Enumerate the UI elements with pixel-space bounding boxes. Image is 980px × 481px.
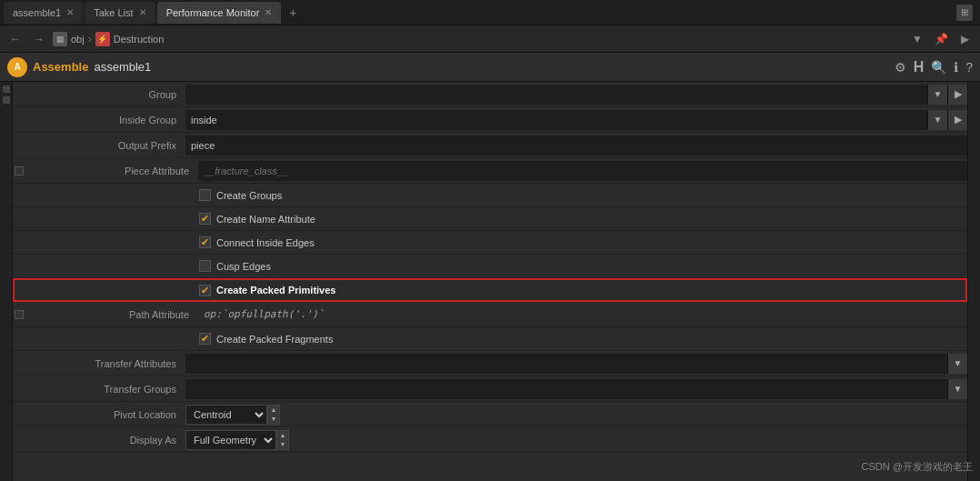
create-packed-primitives-checkbox[interactable]: ✔ [199, 285, 211, 296]
create-packed-primitives-label: Create Packed Primitives [216, 285, 335, 296]
create-name-attribute-checkbox[interactable]: ✔ [199, 213, 211, 225]
group-dropdown-btn[interactable]: ▼ [927, 85, 947, 105]
path-attribute-row: Path Attribute op:`opfullpath('.')` [13, 302, 967, 327]
strip-dot-1 [3, 85, 10, 93]
create-packed-primitives-row: ✔ Create Packed Primitives [13, 278, 967, 302]
inside-group-label: Inside Group [13, 115, 185, 125]
piece-attribute-row: Piece Attribute [13, 158, 967, 184]
left-strip [0, 82, 13, 481]
inside-group-arrow-btn[interactable]: ▶ [947, 110, 967, 130]
inside-group-row: Inside Group ▼ ▶ [13, 107, 967, 133]
create-name-attribute-check-icon: ✔ [201, 213, 209, 225]
checkbox-section: Create Groups ✔ Create Name Attribute ✔ … [13, 184, 967, 302]
pivot-spinner-up[interactable]: ▲ [268, 406, 279, 415]
display-spinner-down[interactable]: ▼ [277, 440, 288, 449]
tab-close-assemble1[interactable]: ✕ [66, 7, 74, 17]
node-header: A Assemble assemble1 ⚙ H 🔍 ℹ ? [0, 53, 980, 82]
display-as-select[interactable]: Full Geometry Bounding Box [185, 430, 276, 450]
transfer-groups-row: Transfer Groups ▼ [13, 376, 967, 402]
assemble-node-icon: A [7, 57, 27, 77]
pivot-spinner-down[interactable]: ▼ [268, 415, 279, 424]
watermark: CSDN @开发游戏的老王 [862, 460, 973, 474]
help-h-icon[interactable]: H [914, 59, 925, 75]
group-label: Group [13, 89, 185, 100]
connect-inside-edges-checkbox[interactable]: ✔ [199, 236, 211, 248]
inside-group-input[interactable] [185, 110, 927, 130]
forward-button[interactable]: → [29, 29, 49, 49]
display-as-label: Display As [13, 435, 185, 446]
transfer-attributes-input[interactable] [185, 354, 947, 374]
window-tile-icon[interactable]: ⊞ [956, 5, 973, 21]
piece-attribute-label: Piece Attribute [25, 165, 198, 176]
tab-performance-monitor[interactable]: Performance Monitor ✕ [157, 2, 282, 24]
create-packed-primitives-check-icon: ✔ [201, 285, 209, 296]
group-row: Group ▼ ▶ [13, 82, 967, 107]
transfer-groups-dropdown-btn[interactable]: ▼ [947, 379, 967, 399]
transfer-attributes-row: Transfer Attributes ▼ [13, 351, 967, 376]
create-packed-fragments-check-icon: ✔ [201, 333, 209, 345]
cusp-edges-row: Cusp Edges [13, 255, 967, 278]
transfer-attributes-label: Transfer Attributes [13, 358, 185, 369]
node-header-actions: ⚙ H 🔍 ℹ ? [895, 59, 973, 75]
create-name-attribute-row: ✔ Create Name Attribute [13, 207, 967, 231]
connect-inside-edges-label: Connect Inside Edges [216, 237, 315, 248]
tab-assemble1[interactable]: assemble1 ✕ [4, 2, 83, 24]
display-as-row: Display As Full Geometry Bounding Box ▲ … [13, 427, 967, 453]
breadcrumb-destruction[interactable]: ⚡ Destruction [95, 32, 165, 46]
properties-panel: Group ▼ ▶ Inside Group ▼ ▶ Output Prefix… [13, 82, 967, 481]
path-attribute-label: Path Attribute [25, 309, 198, 320]
create-packed-fragments-row: ✔ Create Packed Fragments [13, 327, 967, 351]
connect-inside-edges-check-icon: ✔ [201, 236, 209, 248]
output-prefix-label: Output Prefix [13, 140, 185, 151]
transfer-groups-input[interactable] [185, 379, 947, 399]
display-spinner-up[interactable]: ▲ [277, 431, 288, 440]
strip-dot-2 [3, 96, 10, 104]
breadcrumb-bar: ← → ▦ obj › ⚡ Destruction ▼ 📌 ▶ [0, 25, 980, 53]
breadcrumb-separator: › [88, 33, 92, 45]
info-icon[interactable]: ℹ [954, 60, 958, 75]
path-attr-indicator [15, 310, 24, 319]
search-icon[interactable]: 🔍 [931, 60, 946, 75]
transfer-groups-label: Transfer Groups [13, 384, 185, 395]
breadcrumb-end-controls: ▼ 📌 ▶ [907, 29, 975, 49]
cusp-edges-checkbox[interactable] [199, 260, 211, 272]
pivot-location-select[interactable]: Centroid Origin [185, 405, 267, 425]
create-name-attribute-label: Create Name Attribute [216, 214, 315, 225]
inside-group-dropdown-btn[interactable]: ▼ [927, 110, 947, 130]
piece-attribute-input[interactable] [198, 161, 967, 181]
display-as-dropdown-row: Full Geometry Bounding Box ▲ ▼ [185, 428, 289, 452]
pivot-location-spinner[interactable]: ▲ ▼ [267, 405, 280, 425]
breadcrumb-dropdown[interactable]: ▼ [907, 29, 927, 49]
breadcrumb-pin[interactable]: 📌 [931, 29, 951, 49]
tab-window-controls: ⊞ [956, 5, 976, 21]
transfer-attributes-dropdown-btn[interactable]: ▼ [947, 354, 967, 374]
question-icon[interactable]: ? [965, 60, 973, 75]
tab-close-take-list[interactable]: ✕ [139, 7, 146, 17]
path-attribute-value: op:`opfullpath('.')` [198, 306, 967, 322]
breadcrumb-obj[interactable]: ▦ obj [53, 32, 85, 46]
create-packed-fragments-checkbox[interactable]: ✔ [199, 333, 211, 345]
settings-icon[interactable]: ⚙ [895, 60, 906, 75]
pivot-location-dropdown-row: Centroid Origin ▲ ▼ [185, 403, 280, 426]
destruction-icon: ⚡ [95, 32, 110, 46]
connect-inside-edges-row: ✔ Connect Inside Edges [13, 231, 967, 255]
breadcrumb-arrow[interactable]: ▶ [955, 29, 975, 49]
group-arrow-btn[interactable]: ▶ [947, 85, 967, 105]
output-prefix-input[interactable] [185, 135, 967, 155]
display-as-spinner[interactable]: ▲ ▼ [276, 430, 289, 450]
tab-bar: assemble1 ✕ Take List ✕ Performance Moni… [0, 0, 980, 25]
create-groups-row: Create Groups [13, 184, 967, 207]
tab-close-perf-monitor[interactable]: ✕ [265, 7, 272, 17]
right-strip [967, 82, 980, 481]
pivot-location-label: Pivot Location [13, 409, 185, 420]
create-groups-checkbox[interactable] [199, 189, 211, 201]
tab-add-button[interactable]: + [283, 3, 303, 23]
node-name-label: assemble1 [94, 60, 151, 74]
back-button[interactable]: ← [5, 29, 25, 49]
create-groups-label: Create Groups [216, 190, 282, 201]
tab-take-list[interactable]: Take List ✕ [85, 2, 155, 24]
piece-attr-indicator [15, 166, 24, 175]
output-prefix-row: Output Prefix [13, 133, 967, 158]
create-packed-fragments-label: Create Packed Fragments [216, 334, 333, 345]
group-input[interactable] [185, 85, 927, 105]
